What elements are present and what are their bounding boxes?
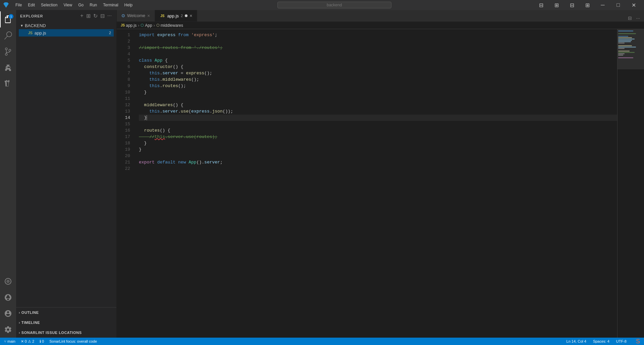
ln-18: 18 (117, 140, 130, 146)
new-file-icon[interactable]: + (79, 12, 84, 20)
more-actions-icon[interactable]: ··· (107, 12, 112, 20)
code-line-21: export default new App().server; (139, 159, 617, 165)
activity-run-debug[interactable] (0, 60, 16, 76)
menu-file[interactable]: File (13, 2, 24, 8)
sidebar-header: EXPLORER + ⊞ ↻ ⊟ ··· (16, 10, 116, 22)
ln-5: 5 (117, 57, 130, 64)
status-spaces[interactable]: Spaces: 4 (592, 339, 611, 343)
ln-15: 15 (117, 121, 130, 127)
breadcrumb-appjs[interactable]: JS app.js (121, 23, 137, 28)
ln-14: 14 (117, 115, 130, 121)
activity-bar: 1 (0, 10, 16, 338)
sidebar-bottom: › OUTLINE › TIMELINE › SONARLINT ISSUE L… (16, 307, 116, 338)
ln-2: 2 (117, 38, 130, 45)
activity-extensions[interactable] (0, 76, 16, 92)
code-line-3: //import routes from './routes'; (139, 45, 617, 51)
menu-terminal[interactable]: Terminal (100, 2, 121, 8)
status-errors[interactable]: ✕ 0 ⚠ 2 (19, 339, 36, 344)
refresh-icon[interactable]: ↻ (93, 12, 98, 20)
menu-edit[interactable]: Edit (25, 2, 38, 8)
menu-help[interactable]: Help (122, 2, 136, 8)
timeline-label: TIMELINE (21, 321, 40, 325)
breadcrumb-middlewares[interactable]: ⬡ middlewares (156, 23, 183, 28)
tab-welcome-close[interactable]: × (147, 13, 150, 18)
code-line-18: } (139, 140, 617, 146)
ln-11: 11 (117, 95, 130, 102)
toggle-panel-button[interactable]: ⊞ (549, 0, 564, 10)
timeline-header[interactable]: › TIMELINE (19, 319, 114, 326)
js-icon: JS (160, 14, 165, 18)
more-tab-actions-icon[interactable]: ··· (635, 15, 641, 21)
activity-explorer[interactable]: 1 (0, 11, 16, 27)
maximize-button[interactable]: □ (610, 0, 626, 10)
warning-icon: ⚠ (28, 339, 31, 344)
close-button[interactable]: ✕ (626, 0, 641, 10)
code-line-15 (139, 121, 617, 127)
menu-run[interactable]: Run (87, 2, 100, 8)
sidebar-title: EXPLORER (20, 14, 43, 18)
error-icon: ✕ (21, 339, 24, 344)
outline-header[interactable]: › OUTLINE (19, 309, 114, 316)
activity-settings[interactable] (0, 322, 16, 338)
svg-point-1 (6, 280, 10, 283)
collapse-icon[interactable]: ⊟ (100, 12, 105, 20)
outline-arrow-icon: › (19, 311, 20, 315)
activity-remote[interactable] (0, 289, 16, 305)
menu-view[interactable]: View (61, 2, 75, 8)
search-input[interactable] (277, 2, 391, 8)
tab-welcome[interactable]: ⊙ Welcome × (117, 10, 155, 21)
tab-dirty-indicator (185, 14, 187, 17)
activity-search[interactable] (0, 27, 16, 44)
file-name: app.js (35, 30, 46, 36)
status-encoding[interactable]: UTF-8 (615, 339, 628, 343)
tab-welcome-label: Welcome (127, 13, 145, 18)
warning-count: 2 (32, 339, 34, 343)
menu-selection[interactable]: Selection (38, 2, 60, 8)
minimap (617, 29, 644, 338)
ln-17: 17 (117, 134, 130, 140)
status-info[interactable]: ℹ 0 (38, 339, 45, 344)
sidebar: EXPLORER + ⊞ ↻ ⊟ ··· ▼ BACKEND JS app.js… (16, 10, 117, 338)
minimap-slider[interactable] (618, 29, 644, 69)
code-line-19: } (139, 146, 617, 153)
menu-go[interactable]: Go (75, 2, 86, 8)
code-line-20 (139, 153, 617, 159)
timeline-arrow-icon: › (19, 321, 20, 325)
search-bar (135, 2, 533, 8)
breadcrumb-app[interactable]: ⬡ App (141, 23, 152, 28)
sonarlint-section: › SONARLINT ISSUE LOCATIONS (16, 328, 116, 338)
folder-section: ▼ BACKEND JS app.js 2 (16, 22, 116, 37)
tab-appjs[interactable]: JS app.js 2 × (155, 10, 197, 21)
activity-sonarlint[interactable] (0, 273, 16, 289)
toggle-sidebar-button[interactable]: ⊟ (533, 0, 549, 10)
split-editor-icon[interactable]: ⊟ (627, 15, 633, 21)
tab-appjs-close[interactable]: × (190, 13, 192, 18)
code-line-13: this.server.use(express.json()); (139, 108, 617, 115)
code-line-12: middlewares() { (139, 102, 617, 108)
statusbar: ⑂ main ✕ 0 ⚠ 2 ℹ 0 SonarLint focus: over… (0, 338, 644, 345)
ln-9: 9 (117, 83, 130, 89)
code-line-22 (139, 165, 617, 172)
code-editor[interactable]: import express from 'express'; //import … (133, 29, 617, 338)
status-branch[interactable]: ⑂ main (3, 339, 17, 343)
code-line-17: //this.server.use(routes); (139, 134, 617, 140)
layout-button[interactable]: ⊟ (564, 0, 580, 10)
status-position[interactable]: Ln 14, Col 4 (565, 339, 588, 343)
activity-source-control[interactable] (0, 44, 16, 60)
minimize-button[interactable]: ─ (595, 0, 610, 10)
status-focus[interactable]: SonarLint focus: overall code (48, 339, 98, 343)
sonarlint-header[interactable]: › SONARLINT ISSUE LOCATIONS (19, 329, 114, 336)
ln-10: 10 (117, 89, 130, 95)
sidebar-file-appjs[interactable]: JS app.js 2 (19, 29, 114, 37)
editor-area: ⊙ Welcome × JS app.js 2 × ⊟ ··· JS app.j… (117, 10, 644, 338)
outline-section: › OUTLINE (16, 307, 116, 318)
statusbar-left: ⑂ main ✕ 0 ⚠ 2 ℹ 0 SonarLint focus: over… (3, 339, 98, 344)
code-line-11 (139, 95, 617, 102)
activity-accounts[interactable] (0, 305, 16, 322)
customize-layout-button[interactable]: ⊞ (580, 0, 595, 10)
code-line-5: class App { (139, 57, 617, 64)
new-folder-icon[interactable]: ⊞ (86, 12, 91, 20)
folder-header[interactable]: ▼ BACKEND (19, 22, 114, 29)
tab-appjs-num: 2 (181, 14, 183, 18)
code-line-2 (139, 38, 617, 45)
